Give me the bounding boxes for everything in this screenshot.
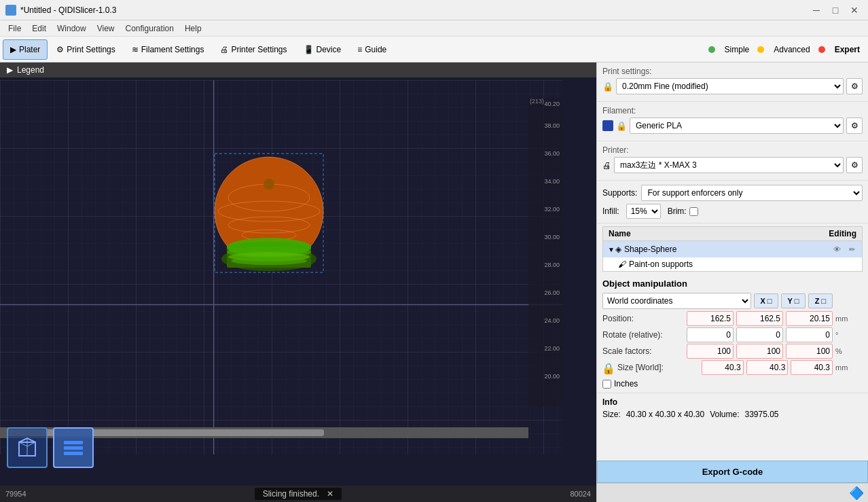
titlebar-title: *Untitled - QIDISlicer-1.0.3 — [20, 5, 116, 15]
expand-icon[interactable]: ▼ — [607, 245, 615, 253]
filament-select[interactable]: Generic PLA — [630, 118, 844, 134]
3d-object[interactable] — [208, 147, 330, 298]
tree-editing-col: Editing — [829, 229, 856, 238]
y-top-val: (213) — [530, 98, 544, 105]
position-x[interactable] — [687, 311, 734, 326]
info-volume-value: 33975.05 — [744, 410, 778, 419]
close-status-icon[interactable]: ✕ — [327, 489, 333, 499]
tree-row-paint-support[interactable]: 🖌 Paint-on supports — [603, 257, 862, 271]
rotate-y[interactable] — [736, 327, 783, 342]
object-tree: Name Editing ▼ ◈ Shape-Sphere 👁 ✏ 🖌 Pain… — [602, 226, 863, 272]
menu-configuration[interactable]: Configuration — [120, 22, 179, 35]
view-layers-icon[interactable] — [53, 427, 94, 468]
info-size-label: Size: — [602, 410, 621, 419]
info-volume-label: Volume: — [710, 410, 739, 419]
coord-system-row: World coordinates Local coordinates X □ … — [602, 293, 863, 309]
viewport[interactable]: ▶ Legend — [0, 62, 596, 502]
scale-y[interactable] — [736, 344, 783, 359]
mode-expert[interactable]: Expert — [829, 43, 865, 56]
sphere-obj-icon: ◈ — [615, 245, 621, 254]
edit-object-btn[interactable]: ✏ — [846, 243, 858, 255]
sphere-name: Shape-Sphere — [624, 245, 831, 254]
expert-dot — [818, 46, 825, 53]
z-coord-label: Z □ — [808, 293, 833, 308]
coord-system-select[interactable]: World coordinates Local coordinates — [602, 293, 751, 309]
print-settings-row: 🔒 0.20mm Fine (modified) ⚙ — [602, 78, 863, 94]
scale-z[interactable] — [786, 344, 833, 359]
print-settings-icon: ⚙ — [56, 45, 64, 54]
toolbar-plater[interactable]: ▶ Plater — [3, 39, 48, 60]
menu-file[interactable]: File — [3, 22, 26, 35]
print-settings-section: Print settings: 🔒 0.20mm Fine (modified)… — [597, 62, 868, 102]
mode-advanced[interactable]: Advanced — [768, 43, 815, 56]
guide-icon: ≡ — [357, 45, 362, 54]
svg-rect-25 — [64, 441, 83, 444]
minimize-button[interactable]: ─ — [808, 3, 825, 17]
close-button[interactable]: ✕ — [846, 3, 863, 17]
info-title: Info — [602, 397, 863, 407]
print-settings-config-btn[interactable]: ⚙ — [846, 78, 863, 94]
inches-checkbox[interactable] — [602, 380, 611, 389]
print-settings-select[interactable]: 0.20mm Fine (modified) — [616, 78, 844, 94]
infill-select[interactable]: 15% — [626, 204, 661, 219]
panel-bottom-icon[interactable]: 🔷 — [849, 486, 864, 501]
menu-window[interactable]: Window — [52, 22, 92, 35]
view-3d-icon[interactable] — [7, 427, 48, 468]
supports-select[interactable]: For support enforcers only — [641, 185, 863, 201]
legend-expand-icon[interactable]: ▶ — [7, 65, 13, 75]
printer-icon: 🖨 — [220, 45, 228, 54]
object-manipulation: Object manipulation World coordinates Lo… — [597, 274, 868, 393]
menu-help[interactable]: Help — [179, 22, 207, 35]
toolbar-print-settings[interactable]: ⚙ Print Settings — [49, 39, 122, 60]
maximize-button[interactable]: □ — [827, 3, 844, 17]
device-label: Device — [317, 45, 342, 54]
position-z[interactable] — [786, 311, 833, 326]
y-ruler-val-6: 28.00 — [544, 262, 560, 268]
filament-config-btn[interactable]: ⚙ — [846, 118, 863, 134]
position-label: Position: — [602, 314, 684, 323]
menu-view[interactable]: View — [92, 22, 120, 35]
filament-row: 🔒 Generic PLA ⚙ — [602, 118, 863, 134]
toolbar-guide[interactable]: ≡ Guide — [350, 39, 394, 60]
brim-checkbox[interactable] — [689, 207, 698, 216]
svg-point-11 — [264, 179, 274, 190]
size-grid: Size [World]: mm — [617, 360, 863, 375]
x-coord-label: X □ — [754, 293, 778, 308]
titlebar-controls: ─ □ ✕ — [808, 3, 863, 17]
toolbar-printer-settings[interactable]: 🖨 Printer Settings — [213, 39, 294, 60]
visibility-toggle[interactable]: 👁 — [831, 243, 843, 255]
size-row: 🔒 Size [World]: mm — [602, 360, 863, 376]
guide-label: Guide — [365, 45, 386, 54]
size-z[interactable] — [791, 360, 833, 375]
scale-lock-btn[interactable]: 🔒 — [602, 362, 615, 374]
size-y[interactable] — [746, 360, 789, 375]
toolbar-filament-settings[interactable]: ≋ Filament Settings — [124, 39, 212, 60]
mode-simple[interactable]: Simple — [719, 43, 755, 56]
menu-edit[interactable]: Edit — [26, 22, 52, 35]
y-ruler-val-4: 32.00 — [544, 206, 560, 213]
y-ruler-val-5: 30.00 — [544, 234, 560, 240]
size-label: Size [World]: — [617, 363, 699, 372]
rotate-x[interactable] — [687, 327, 734, 342]
size-x[interactable] — [702, 360, 744, 375]
tree-row-sphere[interactable]: ▼ ◈ Shape-Sphere 👁 ✏ — [603, 241, 862, 257]
scene[interactable]: 40.20 38.00 36.00 34.00 32.00 30.00 28.0… — [0, 80, 562, 454]
printer-config-btn[interactable]: ⚙ — [846, 157, 863, 173]
titlebar: *Untitled - QIDISlicer-1.0.3 ─ □ ✕ — [0, 0, 868, 20]
printer-select[interactable]: max3左边 * X-MAX 3 — [614, 157, 844, 173]
y-ruler-val-0: 40.20 — [544, 101, 560, 107]
info-row: Size: 40.30 x 40.30 x 40.30 Volume: 3397… — [602, 410, 863, 419]
app-icon — [5, 5, 16, 16]
rotate-z[interactable] — [786, 327, 833, 342]
position-y[interactable] — [736, 311, 783, 326]
panel-scroll[interactable]: Print settings: 🔒 0.20mm Fine (modified)… — [597, 62, 868, 458]
scale-x[interactable] — [687, 344, 734, 359]
export-gcode-button[interactable]: Export G-code — [597, 461, 868, 483]
tree-name-col: Name — [609, 229, 631, 238]
inches-row: Inches — [602, 379, 863, 389]
statusbar: 79954 Slicing finished. ✕ 80024 — [0, 486, 596, 502]
device-icon: 📱 — [304, 45, 314, 54]
info-size-value: 40.30 x 40.30 x 40.30 — [626, 410, 704, 419]
y-ruler-val-10: 20.00 — [544, 373, 560, 380]
toolbar-device[interactable]: 📱 Device — [296, 39, 349, 60]
